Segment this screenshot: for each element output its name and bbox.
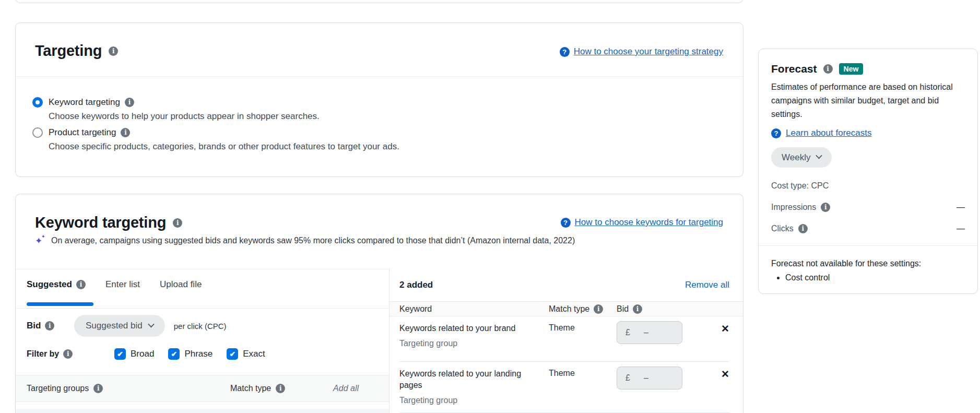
tab-enter-list[interactable]: Enter list — [105, 279, 140, 290]
bid-type-dropdown-value: Suggested bid — [86, 321, 143, 331]
added-row-subtitle: Targeting group — [399, 339, 549, 348]
match-type-col-label: Match type — [230, 384, 271, 393]
info-icon[interactable]: i — [125, 98, 134, 107]
col-match-type-label: Match type — [549, 304, 589, 314]
added-row-title: Keywords related to your landing pages — [399, 368, 541, 391]
forecast-period-row: Weekly — [771, 147, 965, 168]
forecast-header: Forecast i New — [771, 63, 965, 75]
info-icon[interactable]: i — [45, 321, 54, 331]
clicks-label: Clicks i — [771, 224, 808, 233]
forecast-title: Forecast — [771, 63, 817, 75]
added-count: 2 added — [399, 280, 433, 290]
product-targeting-radio[interactable] — [32, 127, 43, 138]
info-icon[interactable]: i — [93, 384, 103, 393]
keyword-targeting-radio[interactable] — [32, 97, 43, 108]
info-icon[interactable]: i — [821, 203, 830, 212]
info-icon[interactable]: i — [276, 384, 285, 393]
currency-symbol: £ — [625, 373, 630, 383]
suggested-bids-tip: ✦✦ On average, campaigns using suggested… — [35, 236, 575, 246]
col-bid-label: Bid — [617, 304, 629, 314]
tab-suggested[interactable]: Suggested i — [27, 279, 86, 290]
info-icon[interactable]: i — [76, 280, 86, 289]
keyword-card-header: Keyword targeting i ? How to choose keyw… — [16, 194, 743, 231]
targeting-groups-header: Targeting groups i Match type i Add all — [16, 375, 389, 402]
product-targeting-label-text: Product targeting — [49, 127, 116, 138]
forecast-description: Estimates of performance are based on hi… — [771, 80, 965, 121]
keyword-source-panel: Suggested i Enter list Upload file Bid i… — [16, 269, 389, 413]
info-icon[interactable]: i — [823, 64, 833, 74]
col-keyword: Keyword — [399, 304, 549, 314]
remove-keyword-icon[interactable]: ✕ — [721, 323, 729, 334]
targeting-help-link[interactable]: How to choose your targeting strategy — [574, 46, 723, 57]
bid-input[interactable]: £ – — [617, 367, 682, 390]
sparkle-icon: ✦✦ — [35, 236, 45, 246]
remove-all-button[interactable]: Remove all — [685, 280, 729, 290]
broad-label: Broad — [131, 349, 154, 359]
broad-checkbox[interactable]: ✔ — [114, 348, 126, 360]
add-all-button[interactable]: Add all — [333, 384, 359, 393]
match-type-filters: ✔ Broad ✔ Phrase ✔ Exact — [114, 348, 265, 360]
keyword-targeting-description: Choose keywords to help your products ap… — [49, 111, 607, 122]
cost-type: Cost type: CPC — [771, 181, 965, 191]
bid-label-text: Bid — [27, 321, 41, 331]
bid-input[interactable]: £ – — [617, 321, 682, 344]
forecast-period-value: Weekly — [782, 152, 810, 163]
keyword-targeting-label-text: Keyword targeting — [49, 97, 120, 108]
keyword-help-link[interactable]: How to choose keywords for targeting — [575, 217, 723, 228]
bid-row: Bid i Suggested bid per click (CPC) — [27, 315, 227, 337]
targeting-groups-col: Targeting groups i — [27, 384, 230, 393]
info-icon[interactable]: i — [63, 349, 73, 359]
info-icon[interactable]: i — [798, 224, 808, 233]
tabstrip-border — [16, 308, 389, 309]
suggestions-list-edge — [16, 409, 389, 413]
remove-keyword-icon[interactable]: ✕ — [721, 368, 729, 379]
tab-upload-file[interactable]: Upload file — [160, 279, 202, 290]
info-icon[interactable]: i — [121, 128, 130, 137]
keyword-help: ? How to choose keywords for targeting — [561, 217, 723, 228]
exact-checkbox[interactable]: ✔ — [227, 348, 238, 360]
added-row-keyword-cell: Keywords related to your landing pages T… — [399, 368, 549, 405]
clicks-value: — — [957, 224, 965, 233]
added-row-match-type: Theme — [549, 368, 617, 378]
chevron-down-icon — [816, 152, 823, 159]
previous-card-bottom-edge — [15, 0, 743, 3]
col-keyword-label: Keyword — [399, 304, 432, 314]
added-keyword-row: Keywords related to your brand Targeting… — [389, 316, 743, 361]
added-keywords-header: 2 added Remove all — [389, 269, 743, 302]
targeting-help: ? How to choose your targeting strategy — [560, 46, 723, 57]
exact-label: Exact — [243, 349, 265, 359]
currency-symbol: £ — [625, 328, 630, 337]
forecast-divider — [759, 245, 977, 246]
info-icon[interactable]: i — [594, 304, 603, 314]
info-icon[interactable]: i — [109, 46, 118, 56]
question-icon[interactable]: ? — [560, 47, 570, 57]
targeting-section-card: Targeting i ? How to choose your targeti… — [15, 22, 743, 177]
bid-type-dropdown[interactable]: Suggested bid — [74, 315, 165, 337]
keyword-targeting-title-text: Keyword targeting — [35, 214, 166, 231]
tab-suggested-label: Suggested — [27, 279, 72, 290]
filter-phrase[interactable]: ✔ Phrase — [168, 348, 212, 360]
info-icon[interactable]: i — [173, 218, 182, 228]
bid-suffix: per click (CPC) — [174, 322, 227, 331]
filter-by-label: Filter by i — [27, 349, 114, 359]
keyword-tabs: Suggested i Enter list Upload file — [27, 279, 202, 290]
learn-about-forecasts-link[interactable]: Learn about forecasts — [786, 128, 871, 138]
added-keyword-row: Keywords related to your landing pages T… — [389, 362, 743, 412]
info-icon[interactable]: i — [633, 304, 642, 314]
filter-broad[interactable]: ✔ Broad — [114, 348, 154, 360]
forecast-period-dropdown[interactable]: Weekly — [771, 147, 832, 168]
col-bid: Bid i — [617, 304, 693, 314]
product-targeting-label[interactable]: Product targeting i — [49, 127, 607, 138]
phrase-checkbox[interactable]: ✔ — [168, 348, 180, 360]
filter-exact[interactable]: ✔ Exact — [227, 348, 265, 360]
metric-clicks: Clicks i — — [771, 224, 965, 233]
keyword-targeting-label[interactable]: Keyword targeting i — [49, 97, 607, 108]
question-icon[interactable]: ? — [561, 218, 571, 228]
impressions-label-text: Impressions — [771, 203, 816, 212]
keyword-targeting-title: Keyword targeting i — [35, 214, 182, 231]
question-icon[interactable]: ? — [771, 128, 781, 138]
added-table-columns: Keyword Match type i Bid i — [389, 302, 743, 316]
tab-enter-list-label: Enter list — [105, 279, 140, 290]
added-row-title: Keywords related to your brand — [399, 323, 541, 334]
unavailable-reason: Cost control — [785, 273, 965, 282]
